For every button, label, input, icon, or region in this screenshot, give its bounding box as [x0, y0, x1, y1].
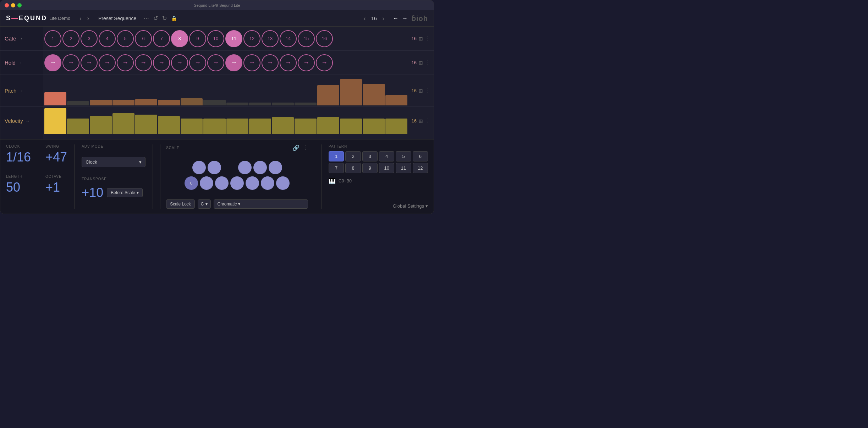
- minimize-button[interactable]: [11, 3, 15, 7]
- pattern-btn-7[interactable]: 7: [329, 163, 344, 173]
- gate-step-2[interactable]: 2: [62, 30, 79, 47]
- pitch-grid-icon[interactable]: ⊞: [419, 88, 423, 94]
- vel-bar-14[interactable]: [340, 119, 362, 134]
- before-scale-button[interactable]: Before Scale ▾: [107, 188, 143, 197]
- vel-bar-2[interactable]: [67, 119, 89, 134]
- pitch-bar-12[interactable]: [295, 103, 317, 105]
- maximize-button[interactable]: [17, 3, 22, 7]
- pitch-bar-3[interactable]: [90, 100, 112, 105]
- lock-icon[interactable]: 🔒: [171, 16, 177, 21]
- gate-step-14[interactable]: 14: [280, 30, 297, 47]
- scale-menu-icon[interactable]: ⋮: [302, 144, 308, 151]
- hold-grid-icon[interactable]: ⊞: [419, 60, 423, 66]
- gate-step-7[interactable]: 7: [153, 30, 170, 47]
- hold-step-14[interactable]: →: [280, 54, 297, 71]
- pitch-bar-8[interactable]: [203, 100, 225, 105]
- gate-step-5[interactable]: 5: [117, 30, 134, 47]
- hold-menu-icon[interactable]: ⋮: [425, 59, 431, 66]
- pattern-btn-10[interactable]: 10: [379, 163, 394, 173]
- transpose-value[interactable]: +10: [82, 185, 103, 200]
- hold-step-12[interactable]: →: [243, 54, 260, 71]
- vel-bar-13[interactable]: [317, 117, 339, 134]
- scale-key-button[interactable]: C ▾: [198, 199, 211, 209]
- piano-icon[interactable]: 🎹: [329, 177, 336, 184]
- pitch-bar-16[interactable]: [385, 95, 407, 105]
- gate-step-1[interactable]: 1: [44, 30, 61, 47]
- arrow-left-icon[interactable]: ←: [393, 15, 399, 22]
- hold-step-4[interactable]: →: [99, 54, 116, 71]
- pitch-bar-1[interactable]: [44, 92, 66, 105]
- pitch-bar-7[interactable]: [181, 98, 203, 106]
- hold-step-13[interactable]: →: [262, 54, 279, 71]
- gate-grid-icon[interactable]: ⊞: [419, 36, 423, 42]
- hold-step-5[interactable]: →: [117, 54, 134, 71]
- scale-dot-5[interactable]: [269, 161, 282, 174]
- pattern-btn-9[interactable]: 9: [362, 163, 378, 173]
- pattern-btn-1[interactable]: 1: [329, 151, 344, 161]
- hold-step-9[interactable]: →: [189, 54, 206, 71]
- gate-step-15[interactable]: 15: [298, 30, 315, 47]
- vel-bar-4[interactable]: [112, 113, 134, 134]
- scale-link-icon[interactable]: 🔗: [292, 144, 300, 151]
- scale-dot-10[interactable]: [261, 176, 274, 190]
- gate-step-4[interactable]: 4: [99, 30, 116, 47]
- pattern-btn-2[interactable]: 2: [345, 151, 361, 161]
- scale-type-button[interactable]: Chromatic ▾: [214, 199, 308, 209]
- scale-dot-11[interactable]: [276, 176, 290, 190]
- hold-step-15[interactable]: →: [298, 54, 315, 71]
- gate-step-12[interactable]: 12: [243, 30, 260, 47]
- vel-bar-3[interactable]: [90, 116, 112, 134]
- scale-lock-button[interactable]: Scale Lock: [166, 199, 195, 209]
- pitch-bar-4[interactable]: [112, 100, 134, 105]
- scale-dot-4[interactable]: [253, 161, 267, 174]
- velocity-menu-icon[interactable]: ⋮: [425, 117, 431, 124]
- pattern-btn-6[interactable]: 6: [413, 151, 428, 161]
- gate-step-11[interactable]: 11: [225, 30, 242, 47]
- pattern-btn-5[interactable]: 5: [396, 151, 411, 161]
- vel-bar-7[interactable]: [181, 119, 203, 134]
- pitch-bar-13[interactable]: [317, 85, 339, 105]
- nav-forward-button[interactable]: ›: [85, 14, 91, 23]
- pitch-bar-9[interactable]: [226, 103, 248, 105]
- vel-bar-11[interactable]: [272, 117, 294, 134]
- hold-step-7[interactable]: →: [153, 54, 170, 71]
- hold-step-1[interactable]: →: [44, 54, 61, 71]
- pitch-menu-icon[interactable]: ⋮: [425, 87, 431, 94]
- hold-step-8[interactable]: →: [171, 54, 188, 71]
- swing-value[interactable]: +47: [45, 150, 67, 165]
- pitch-bar-5[interactable]: [135, 99, 157, 105]
- scale-dot-8[interactable]: [230, 176, 244, 190]
- gate-step-3[interactable]: 3: [81, 30, 98, 47]
- hold-step-11[interactable]: →: [225, 54, 242, 71]
- vel-bar-12[interactable]: [295, 119, 317, 134]
- pitch-bar-14[interactable]: [340, 79, 362, 105]
- vel-bar-1[interactable]: [44, 108, 66, 134]
- vel-bar-15[interactable]: [363, 119, 385, 134]
- pattern-btn-3[interactable]: 3: [362, 151, 378, 161]
- hold-step-10[interactable]: →: [207, 54, 224, 71]
- clock-value[interactable]: 1/16: [6, 150, 31, 165]
- pitch-bar-6[interactable]: [158, 100, 180, 105]
- pattern-btn-4[interactable]: 4: [379, 151, 394, 161]
- undo-icon[interactable]: ↺: [153, 15, 158, 22]
- steps-forward-button[interactable]: ›: [380, 14, 386, 23]
- gate-step-16[interactable]: 16: [316, 30, 333, 47]
- gate-menu-icon[interactable]: ⋮: [425, 35, 431, 42]
- vel-bar-6[interactable]: [158, 116, 180, 134]
- pitch-bar-11[interactable]: [272, 103, 294, 105]
- nav-back-button[interactable]: ‹: [77, 14, 83, 23]
- vel-bar-8[interactable]: [203, 119, 225, 134]
- hold-step-3[interactable]: →: [81, 54, 98, 71]
- scale-dot-3[interactable]: [238, 161, 252, 174]
- vel-bar-5[interactable]: [135, 115, 157, 134]
- adv-mode-dropdown[interactable]: Clock ▾: [82, 157, 145, 167]
- scale-dot-1[interactable]: [192, 161, 206, 174]
- scale-dot-6[interactable]: [200, 176, 213, 190]
- scale-dot-2[interactable]: [208, 161, 221, 174]
- gate-step-13[interactable]: 13: [262, 30, 279, 47]
- vel-bar-10[interactable]: [249, 119, 271, 134]
- pitch-bar-10[interactable]: [249, 103, 271, 105]
- global-settings[interactable]: Global Settings ▾: [393, 203, 428, 209]
- pattern-btn-11[interactable]: 11: [396, 163, 411, 173]
- close-button[interactable]: [5, 3, 9, 7]
